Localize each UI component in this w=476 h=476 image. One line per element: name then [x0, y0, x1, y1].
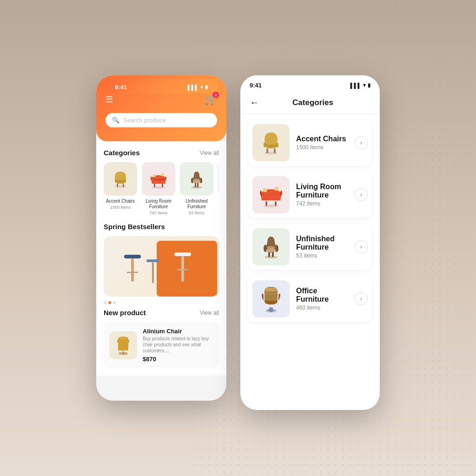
status-icons-left: ▌▌▌ ▾ ▮ — [188, 84, 208, 90]
svg-rect-8 — [153, 174, 156, 178]
dot-3[interactable] — [113, 301, 116, 304]
accent-chairs-count: 1500 items — [104, 205, 137, 210]
svg-rect-19 — [124, 255, 141, 258]
svg-rect-9 — [161, 173, 165, 177]
arrow-unfinished[interactable]: › — [355, 240, 368, 253]
search-placeholder: Search produce — [123, 117, 166, 124]
new-product-title: New product — [104, 309, 146, 317]
list-name-unfinished: Unfinished Furniture — [296, 235, 348, 251]
list-count-accent-chairs: 1500 items — [296, 144, 348, 151]
categories-title: Categories — [104, 149, 140, 157]
svg-point-40 — [266, 248, 276, 253]
office-label: Off... — [218, 198, 219, 204]
phones-container: 9:41 ▌▌▌ ▾ ▮ ☰ 🛒 2 🔍 Search produce — [96, 75, 380, 410]
dot-1[interactable] — [104, 301, 106, 304]
categories-scroll: Accent Chairs 1500 items — [104, 162, 219, 215]
accent-chairs-label: Accent Chairs — [104, 198, 137, 204]
living-room-img — [142, 162, 175, 196]
list-item-office[interactable]: Office Furniture 460 items › — [248, 276, 372, 322]
svg-rect-18 — [157, 241, 217, 297]
battery-icon: ▮ — [205, 84, 208, 90]
svg-rect-20 — [131, 258, 134, 282]
svg-rect-25 — [146, 259, 159, 262]
time-right: 9:41 — [250, 82, 262, 89]
living-room-count: 742 items — [142, 211, 175, 215]
category-list: Accent Chairs 1500 items › — [240, 114, 380, 328]
svg-rect-26 — [152, 262, 154, 283]
list-img-living-room — [252, 176, 290, 213]
status-bar-left: 9:41 ▌▌▌ ▾ ▮ — [106, 79, 217, 93]
svg-rect-41 — [268, 252, 270, 257]
unfinished-label: Unfinished Furniture — [180, 198, 213, 210]
dot-2[interactable] — [108, 301, 111, 304]
arrow-living-room[interactable]: › — [355, 188, 368, 201]
list-info-unfinished: Unfinished Furniture 53 items — [296, 235, 348, 259]
signal-icon-right: ▌▌▌ — [350, 83, 361, 88]
list-item-unfinished[interactable]: Unfinished Furniture 53 items › — [248, 224, 372, 270]
svg-rect-6 — [154, 184, 155, 187]
list-count-living-room: 742 items — [296, 200, 348, 207]
office-count: 35 i... — [218, 205, 219, 210]
category-office[interactable]: Off... 35 i... — [218, 162, 219, 215]
list-img-accent-chairs — [252, 124, 290, 161]
categories-view-all[interactable]: View all — [200, 150, 219, 156]
left-content: Categories View all — [96, 141, 226, 376]
back-button[interactable]: ← — [250, 97, 259, 108]
list-item-living-room[interactable]: Living Room Furniture 742 items › — [248, 172, 372, 218]
svg-rect-31 — [274, 148, 276, 153]
cart-badge: 2 — [212, 92, 219, 98]
arrow-office[interactable]: › — [355, 292, 368, 305]
list-info-office: Office Furniture 460 items — [296, 287, 348, 311]
living-room-label: Living Room Furniture — [142, 198, 175, 210]
signal-icon: ▌▌▌ — [188, 85, 198, 90]
svg-rect-33 — [276, 143, 278, 147]
list-name-living-room: Living Room Furniture — [296, 183, 348, 199]
svg-rect-46 — [265, 288, 277, 291]
svg-rect-42 — [272, 252, 274, 257]
list-img-unfinished — [252, 228, 290, 265]
unfinished-count: 53 items — [180, 211, 213, 215]
search-bar[interactable]: 🔍 Search produce — [106, 113, 217, 127]
accent-chairs-img — [104, 162, 137, 196]
menu-button[interactable]: ☰ — [106, 94, 113, 105]
svg-rect-23 — [181, 256, 184, 282]
status-icons-right: ▌▌▌ ▾ ▮ — [350, 82, 370, 88]
svg-rect-28 — [122, 351, 124, 355]
product-name: Alinium Chair — [143, 328, 213, 335]
list-name-accent-chairs: Accent Chairs — [296, 135, 348, 143]
product-card-alinium[interactable]: Alinium Chair Buy products related to la… — [104, 322, 219, 368]
category-unfinished[interactable]: Unfinished Furniture 53 items — [180, 162, 213, 215]
arrow-accent-chairs[interactable]: › — [355, 136, 368, 149]
list-name-office: Office Furniture — [296, 287, 348, 304]
list-img-office — [252, 280, 290, 317]
svg-rect-7 — [162, 184, 163, 187]
svg-rect-37 — [263, 188, 267, 192]
bestsellers-section-header: Spring Bestsellers — [104, 223, 219, 231]
phone-right: 9:41 ▌▌▌ ▾ ▮ ← Categories — [240, 75, 380, 410]
product-info: Alinium Chair Buy products related to la… — [143, 328, 213, 363]
time-left: 9:41 — [115, 84, 127, 91]
cart-button[interactable]: 🛒 2 — [205, 93, 217, 106]
unfinished-img — [180, 162, 213, 196]
new-product-view-all[interactable]: View all — [200, 310, 219, 316]
wifi-icon: ▾ — [200, 84, 203, 90]
carousel-dots — [104, 301, 219, 304]
svg-rect-1 — [117, 183, 118, 187]
product-desc: Buy products related to lazy boy chair p… — [143, 336, 213, 354]
svg-rect-38 — [274, 186, 278, 191]
svg-rect-13 — [197, 183, 198, 187]
categories-page-header: ← Categories — [240, 92, 380, 114]
office-img — [218, 162, 219, 196]
search-icon: 🔍 — [112, 117, 119, 124]
list-item-accent-chairs[interactable]: Accent Chairs 1500 items › — [248, 119, 372, 166]
category-accent-chairs[interactable]: Accent Chairs 1500 items — [104, 162, 137, 215]
list-count-office: 460 items — [296, 304, 348, 311]
svg-rect-30 — [266, 148, 268, 153]
bestsellers-title: Spring Bestsellers — [104, 223, 165, 231]
battery-icon-right: ▮ — [368, 82, 370, 88]
svg-point-0 — [115, 185, 126, 188]
category-living-room[interactable]: Living Room Furniture 742 items — [142, 162, 175, 215]
list-info-accent-chairs: Accent Chairs 1500 items — [296, 135, 348, 151]
bestsellers-banner[interactable] — [104, 236, 219, 297]
phone-left: 9:41 ▌▌▌ ▾ ▮ ☰ 🛒 2 🔍 Search produce — [96, 75, 226, 401]
